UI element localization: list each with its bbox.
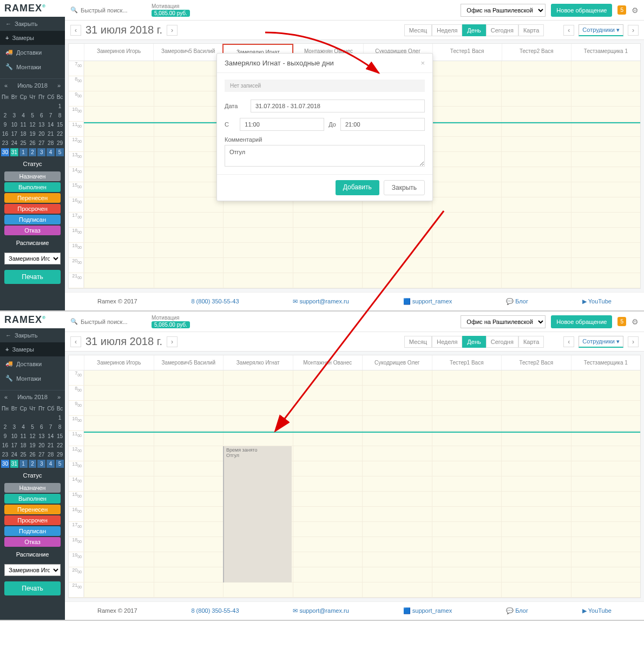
date-input[interactable] xyxy=(251,100,425,112)
employees-dropdown[interactable]: Сотрудники ▾ xyxy=(579,24,623,36)
status-signed-2[interactable]: Подписан xyxy=(4,526,61,536)
footer-skype[interactable]: 🟦 support_ramex xyxy=(403,298,452,305)
truck-icon: 🚚 xyxy=(5,360,13,367)
employee-col[interactable]: Монтажнян Ованес xyxy=(293,355,363,370)
status-reject-2[interactable]: Отказ xyxy=(4,537,61,547)
print-button[interactable]: Печать xyxy=(4,270,61,284)
status-reject[interactable]: Отказ xyxy=(4,226,61,235)
emp-prev[interactable]: ‹ xyxy=(563,25,574,36)
view-week[interactable]: Неделя xyxy=(432,24,462,36)
office-select-2[interactable]: Офис на Рашпилевской xyxy=(461,315,546,328)
side-install-2[interactable]: 🔧Монтажи xyxy=(0,371,65,386)
date-prev-2[interactable]: ‹ xyxy=(70,336,81,347)
print-button-2[interactable]: Печать xyxy=(4,581,61,595)
wrench-icon: 🔧 xyxy=(5,63,13,70)
busy-block[interactable]: Время занято Отгул xyxy=(223,446,292,582)
side-close[interactable]: ←Закрыть xyxy=(0,17,65,31)
new-request-button-2[interactable]: Новое обращение xyxy=(551,315,612,328)
employee-col[interactable]: Сукодрищев Олег xyxy=(362,355,432,370)
employee-col[interactable]: Тестер1 Вася xyxy=(432,44,502,61)
status-overdue-2[interactable]: Просрочен xyxy=(4,515,61,525)
footer-youtube-2[interactable]: ▶ YouTube xyxy=(582,607,612,614)
status-moved-2[interactable]: Перенесен xyxy=(4,505,61,514)
side-close-2[interactable]: ←Закрыть xyxy=(0,328,65,342)
employee-select[interactable]: Замеринов Игор xyxy=(4,253,61,264)
footer-phone[interactable]: 8 (800) 350-55-43 xyxy=(191,298,239,305)
modal-title: Замерялко Игнат - выходные дни xyxy=(225,59,334,67)
search-2[interactable]: 🔍 xyxy=(70,318,146,325)
employee-col[interactable]: Тестер1 Вася xyxy=(432,355,502,370)
office-select[interactable]: Офис на Рашпилевской xyxy=(461,4,546,17)
status-moved[interactable]: Перенесен xyxy=(4,193,61,203)
bell-icon[interactable]: 5 xyxy=(617,5,626,15)
view-map-2[interactable]: Карта xyxy=(518,336,544,348)
side-delivery-2[interactable]: 🚚Доставки xyxy=(0,356,65,371)
add-button[interactable]: Добавить xyxy=(336,180,379,195)
employee-col[interactable]: Тестзамерщика 1 xyxy=(571,355,641,370)
side-measure-2[interactable]: +Замеры xyxy=(0,342,65,356)
date-next[interactable]: › xyxy=(167,25,178,36)
cal-prev-2[interactable]: « xyxy=(4,394,8,400)
status-assigned-2[interactable]: Назначен xyxy=(4,483,61,493)
view-today[interactable]: Сегодня xyxy=(486,24,518,36)
panel-top: RAMEX® ←Закрыть +Замеры 🚚Доставки 🔧Монта… xyxy=(0,0,644,312)
emp-prev-2[interactable]: ‹ xyxy=(563,336,574,347)
date-next-2[interactable]: › xyxy=(167,336,178,347)
footer-blog[interactable]: 💬 Блог xyxy=(506,298,528,305)
mini-calendar-2[interactable]: ПнВтСрЧтПтСбВс 1234567891011121314151617… xyxy=(0,403,65,469)
view-day-2[interactable]: День xyxy=(462,336,485,348)
view-week-2[interactable]: Неделя xyxy=(432,336,462,348)
footer-youtube[interactable]: ▶ YouTube xyxy=(582,298,612,305)
bell-icon-2[interactable]: 5 xyxy=(617,317,626,326)
status-done-2[interactable]: Выполнен xyxy=(4,494,61,504)
close-button[interactable]: Закрыть xyxy=(384,180,425,195)
side-install[interactable]: 🔧Монтажи xyxy=(0,59,65,74)
mini-calendar[interactable]: ПнВтСрЧтПтСбВс 1234567891011121314151617… xyxy=(0,92,65,157)
gear-icon-2[interactable]: ⚙ xyxy=(632,317,639,326)
status-done[interactable]: Выполнен xyxy=(4,182,61,192)
search-input[interactable] xyxy=(81,7,140,14)
to-input[interactable] xyxy=(340,118,425,131)
cal-next-2[interactable]: » xyxy=(57,394,61,400)
footer-phone-2[interactable]: 8 (800) 350-55-43 xyxy=(191,607,239,614)
cal-prev[interactable]: « xyxy=(4,82,8,89)
employee-col[interactable]: Замерович5 Василий xyxy=(154,355,224,370)
employee-select-2[interactable]: Замеринов Игор xyxy=(4,564,61,576)
cal-next[interactable]: » xyxy=(57,82,61,89)
view-month[interactable]: Месяц xyxy=(404,24,432,36)
status-overdue[interactable]: Просрочен xyxy=(4,204,61,214)
footer-skype-2[interactable]: 🟦 support_ramex xyxy=(403,607,452,614)
emp-next[interactable]: › xyxy=(628,25,639,36)
employee-col[interactable]: Тестзамерщика 1 xyxy=(571,44,640,61)
employee-col[interactable]: Замерович5 Василий xyxy=(153,44,222,61)
search-input-2[interactable] xyxy=(81,319,140,325)
logo-2: RAMEX® xyxy=(0,312,65,328)
date-prev[interactable]: ‹ xyxy=(70,25,81,36)
status-header: Статус xyxy=(0,157,65,170)
footer-email-2[interactable]: ✉ support@ramex.ru xyxy=(293,607,349,614)
comment-input[interactable] xyxy=(225,145,425,167)
side-measure[interactable]: +Замеры xyxy=(0,31,65,45)
view-today-2[interactable]: Сегодня xyxy=(486,336,518,348)
view-day[interactable]: День xyxy=(462,24,485,36)
status-assigned[interactable]: Назначен xyxy=(4,171,61,181)
footer-blog-2[interactable]: 💬 Блог xyxy=(506,607,528,614)
side-delivery[interactable]: 🚚Доставки xyxy=(0,45,65,59)
modal-close-x[interactable]: × xyxy=(420,59,425,67)
search-icon: 🔍 xyxy=(70,318,78,325)
employee-col[interactable]: Тестер2 Вася xyxy=(501,355,571,370)
emp-next-2[interactable]: › xyxy=(628,336,639,347)
from-input[interactable] xyxy=(240,118,324,131)
search[interactable]: 🔍 xyxy=(70,6,146,14)
employee-col[interactable]: Замеринов Игорь xyxy=(84,355,154,370)
employee-col[interactable]: Замерялко Игнат xyxy=(223,355,293,370)
status-signed[interactable]: Подписан xyxy=(4,215,61,224)
view-map[interactable]: Карта xyxy=(518,24,544,36)
footer-email[interactable]: ✉ support@ramex.ru xyxy=(293,298,349,305)
new-request-button[interactable]: Новое обращение xyxy=(551,4,612,17)
employee-col[interactable]: Замеринов Игорь xyxy=(84,44,153,61)
view-month-2[interactable]: Месяц xyxy=(404,336,432,348)
gear-icon[interactable]: ⚙ xyxy=(632,6,639,15)
employee-col[interactable]: Тестер2 Вася xyxy=(502,44,571,61)
employees-dropdown-2[interactable]: Сотрудники ▾ xyxy=(579,336,623,348)
